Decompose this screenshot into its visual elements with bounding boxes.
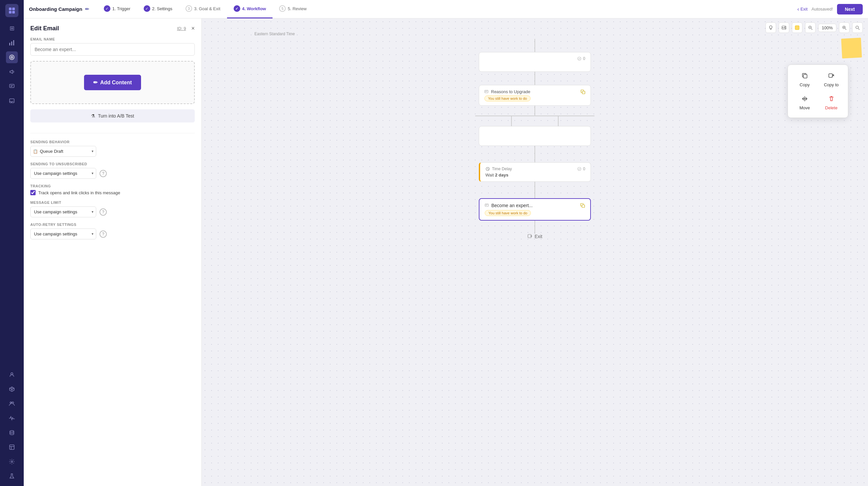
- context-move[interactable]: Move: [792, 92, 817, 114]
- become-expert-tag: You still have work to do: [485, 210, 531, 216]
- email-name-field-label: EMAIL NAME: [30, 37, 195, 41]
- time-delay-description: Wait 2 days: [486, 172, 585, 177]
- step-1-trigger[interactable]: ✓ 1. Trigger: [97, 0, 137, 19]
- people-icon[interactable]: [6, 369, 18, 381]
- empty-node-2[interactable]: [479, 126, 591, 146]
- context-copy-label: Copy: [800, 82, 810, 87]
- ab-test-button[interactable]: ⚗ Turn into A/B Test: [30, 109, 195, 123]
- become-expert-node[interactable]: Become an expert... You still have work …: [479, 198, 591, 221]
- megaphone-icon[interactable]: [6, 66, 18, 78]
- sending-unsubscribed-help-icon[interactable]: ?: [99, 170, 107, 177]
- time-delay-counter: 0: [577, 167, 585, 171]
- empty-node-count: 0: [583, 56, 585, 61]
- node-connector-top: [534, 39, 535, 52]
- node-connector-5: [534, 182, 535, 198]
- copy-to-icon: [828, 72, 835, 81]
- step-1-label: 1. Trigger: [112, 6, 130, 11]
- next-button[interactable]: Next: [837, 4, 863, 14]
- svg-point-15: [10, 431, 14, 432]
- auto-retry-label: AUTO-RETRY SETTINGS: [30, 223, 195, 227]
- message-limit-select[interactable]: Use campaign settings: [30, 206, 96, 217]
- auto-retry-help-icon[interactable]: ?: [99, 230, 107, 238]
- delete-icon: [828, 95, 835, 104]
- svg-point-17: [11, 461, 13, 463]
- time-delay-node[interactable]: Time Delay 0 Wait 2 days: [479, 162, 591, 182]
- svg-rect-16: [9, 445, 14, 449]
- edit-panel-header: Edit Email ID: 9 ×: [30, 25, 195, 32]
- context-copy-to[interactable]: Copy to: [818, 69, 844, 91]
- svg-point-9: [11, 57, 12, 58]
- tracking-checkbox-label: Track opens and link clicks in this mess…: [38, 190, 120, 195]
- database-icon[interactable]: [6, 427, 18, 439]
- settings-icon[interactable]: [6, 456, 18, 467]
- context-move-label: Move: [800, 105, 810, 110]
- auto-retry-select[interactable]: Use campaign settings: [30, 228, 96, 239]
- exit-link[interactable]: ‹ Exit: [798, 6, 808, 12]
- message-icon[interactable]: [6, 80, 18, 92]
- time-delay-count: 0: [583, 167, 585, 171]
- step-2-check: ✓: [144, 5, 150, 12]
- reasons-node-title: Reasons to Upgrade: [491, 89, 530, 94]
- add-content-button[interactable]: ✏ Add Content: [84, 75, 141, 90]
- svg-rect-35: [803, 74, 807, 78]
- content-area: Edit Email ID: 9 × EMAIL NAME ✏ Add Cont…: [24, 19, 868, 486]
- context-delete[interactable]: Delete: [818, 92, 844, 114]
- svg-rect-5: [11, 41, 12, 45]
- add-content-icon: ✏: [93, 79, 97, 86]
- exit-node[interactable]: Exit: [527, 234, 542, 239]
- lab-icon[interactable]: [6, 470, 18, 482]
- svg-rect-2: [9, 11, 11, 13]
- sidebar-logo[interactable]: [5, 4, 19, 17]
- become-expert-title: Become an expert...: [491, 203, 532, 208]
- sending-unsubscribed-select[interactable]: Use campaign settings: [30, 168, 96, 179]
- svg-rect-0: [9, 7, 11, 10]
- table-icon[interactable]: [6, 441, 18, 453]
- activity-icon[interactable]: [6, 412, 18, 424]
- nav-steps: ✓ 1. Trigger ✓ 2. Settings 3 3. Goal & E…: [97, 0, 798, 19]
- connector-3a: [534, 106, 535, 116]
- message-limit-help-icon[interactable]: ?: [99, 208, 107, 216]
- svg-point-14: [12, 402, 14, 404]
- dashboard-icon[interactable]: ⊞: [6, 22, 18, 34]
- sending-behavior-select-wrapper: 📋 Queue Draft ▾: [30, 146, 96, 157]
- svg-rect-4: [9, 43, 10, 45]
- edit-panel-title: Edit Email: [30, 25, 59, 32]
- node-connector-2: [534, 72, 535, 85]
- svg-rect-32: [582, 205, 585, 207]
- email-name-input[interactable]: [30, 43, 195, 56]
- step-2-settings[interactable]: ✓ 2. Settings: [137, 0, 179, 19]
- users-icon[interactable]: [6, 398, 18, 410]
- box-icon[interactable]: [6, 383, 18, 395]
- step-4-check: ✓: [234, 5, 240, 12]
- step-5-label: 5. Review: [288, 6, 307, 11]
- sending-behavior-select[interactable]: Queue Draft: [30, 146, 96, 157]
- chart-icon[interactable]: [6, 37, 18, 49]
- step-3-goal[interactable]: 3 3. Goal & Exit: [179, 0, 227, 19]
- inbox-icon[interactable]: [6, 95, 18, 107]
- close-panel-icon[interactable]: ×: [191, 25, 195, 32]
- autosaved-label: Autosaved!: [812, 7, 833, 11]
- reasons-node[interactable]: Reasons to Upgrade You still have work t…: [479, 85, 591, 106]
- edit-campaign-icon[interactable]: ✏: [85, 6, 89, 12]
- step-5-check: 5: [279, 5, 286, 12]
- context-copy[interactable]: Copy: [792, 69, 817, 91]
- campaign-icon[interactable]: [6, 52, 18, 63]
- empty-node[interactable]: 0: [479, 52, 591, 72]
- auto-retry-row: Use campaign settings ▾ ?: [30, 228, 195, 239]
- add-content-label: Add Content: [100, 80, 132, 86]
- sending-behavior-row: 📋 Queue Draft ▾: [30, 146, 195, 157]
- email-id-label[interactable]: ID: 9: [177, 26, 186, 31]
- step-4-workflow[interactable]: ✓ 4. Workflow: [227, 0, 273, 19]
- svg-rect-10: [9, 84, 14, 88]
- svg-rect-27: [582, 91, 585, 94]
- sending-behavior-icon: 📋: [33, 149, 38, 154]
- tracking-checkbox[interactable]: [30, 190, 36, 195]
- step-3-check: 3: [186, 5, 192, 12]
- node-connector-6: [534, 221, 535, 234]
- exit-label: Exit: [534, 234, 542, 239]
- campaign-name: Onboarding Campaign ✏: [29, 6, 89, 12]
- nav-right: ‹ Exit Autosaved! Next: [798, 4, 863, 14]
- empty-node-counter: 0: [577, 56, 585, 61]
- step-5-review[interactable]: 5 5. Review: [273, 0, 313, 19]
- empty-node-header: 0: [485, 56, 585, 61]
